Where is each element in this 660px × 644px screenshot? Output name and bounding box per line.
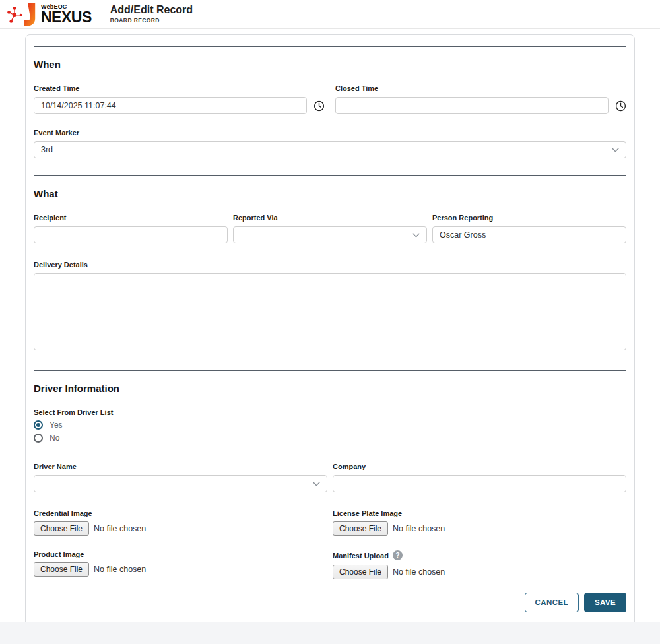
cancel-button[interactable]: CANCEL bbox=[525, 593, 579, 612]
license-plate-image-label: License Plate Image bbox=[333, 509, 626, 517]
select-from-driver-list-label: Select From Driver List bbox=[34, 408, 626, 416]
select-from-driver-list-group: Select From Driver List Yes No bbox=[34, 408, 626, 443]
driver-name-select[interactable] bbox=[34, 475, 327, 492]
license-plate-image-choose-file-button[interactable]: Choose File bbox=[333, 521, 388, 536]
brand-nexus: NEXUS bbox=[41, 10, 92, 25]
section-divider-what bbox=[34, 175, 626, 176]
credential-image-choose-file-button[interactable]: Choose File bbox=[34, 521, 89, 536]
driver-name-label: Driver Name bbox=[34, 463, 327, 470]
chevron-down-icon bbox=[612, 148, 619, 152]
event-marker-value: 3rd bbox=[41, 145, 612, 154]
recipient-input[interactable] bbox=[34, 226, 228, 243]
radio-no[interactable] bbox=[34, 434, 43, 443]
footer-strip bbox=[0, 622, 660, 644]
product-image-choose-file-button[interactable]: Choose File bbox=[34, 562, 89, 577]
recipient-label: Recipient bbox=[34, 214, 228, 222]
event-marker-label: Event Marker bbox=[34, 129, 626, 137]
section-heading-driver-information: Driver Information bbox=[34, 383, 626, 394]
closed-time-field-group: Closed Time bbox=[335, 84, 626, 114]
product-image-field-group: Product Image Choose File No file chosen bbox=[34, 550, 327, 579]
help-icon[interactable]: ? bbox=[393, 550, 403, 560]
section-heading-what: What bbox=[34, 188, 626, 199]
section-heading-when: When bbox=[34, 59, 626, 70]
webeoc-nexus-logo-icon bbox=[7, 1, 38, 28]
radio-yes[interactable] bbox=[34, 420, 43, 430]
event-marker-field-group: Event Marker 3rd bbox=[34, 129, 626, 158]
chevron-down-icon bbox=[313, 482, 320, 486]
closed-time-input[interactable] bbox=[335, 97, 609, 114]
created-time-input[interactable] bbox=[34, 97, 307, 114]
manifest-upload-choose-file-button[interactable]: Choose File bbox=[333, 565, 388, 579]
product-image-file-status: No file chosen bbox=[94, 565, 146, 574]
delivery-details-textarea[interactable] bbox=[34, 273, 626, 350]
manifest-upload-label: Manifest Upload bbox=[333, 552, 389, 560]
company-field-group: Company bbox=[333, 463, 626, 492]
reported-via-label: Reported Via bbox=[233, 214, 427, 222]
credential-image-label: Credential Image bbox=[34, 509, 327, 517]
form-actions: CANCEL SAVE bbox=[34, 593, 626, 612]
person-reporting-field-group: Person Reporting bbox=[432, 214, 626, 243]
created-time-clock-icon[interactable] bbox=[313, 100, 325, 112]
section-divider-when bbox=[34, 46, 626, 47]
person-reporting-input[interactable] bbox=[432, 226, 626, 243]
license-plate-image-field-group: License Plate Image Choose File No file … bbox=[333, 509, 626, 536]
company-input[interactable] bbox=[333, 475, 626, 492]
product-image-label: Product Image bbox=[34, 550, 327, 558]
radio-no-label: No bbox=[50, 434, 59, 443]
delivery-details-field-group: Delivery Details bbox=[34, 261, 626, 353]
save-button[interactable]: SAVE bbox=[584, 593, 626, 612]
driver-list-radio-no-row[interactable]: No bbox=[34, 434, 626, 443]
created-time-field-group: Created Time bbox=[34, 84, 325, 114]
driver-name-field-group: Driver Name bbox=[34, 463, 327, 492]
page-subtitle: BOARD RECORD bbox=[110, 18, 193, 24]
manifest-upload-field-group: Manifest Upload ? Choose File No file ch… bbox=[333, 550, 626, 579]
reported-via-field-group: Reported Via bbox=[233, 214, 427, 243]
brand-text: WebEOC NEXUS bbox=[41, 4, 92, 25]
recipient-field-group: Recipient bbox=[34, 214, 228, 243]
credential-image-file-status: No file chosen bbox=[94, 524, 146, 533]
reported-via-select[interactable] bbox=[233, 226, 427, 243]
driver-list-radio-yes-row[interactable]: Yes bbox=[34, 420, 626, 430]
record-form-card: When Created Time Closed Time Event Mark… bbox=[25, 34, 635, 626]
closed-time-clock-icon[interactable] bbox=[614, 100, 626, 112]
section-divider-driver bbox=[34, 370, 626, 371]
page-title-block: Add/Edit Record BOARD RECORD bbox=[110, 4, 193, 24]
credential-image-field-group: Credential Image Choose File No file cho… bbox=[34, 509, 327, 536]
created-time-label: Created Time bbox=[34, 84, 325, 92]
license-plate-image-file-status: No file chosen bbox=[393, 524, 445, 533]
company-label: Company bbox=[333, 463, 626, 470]
event-marker-select[interactable]: 3rd bbox=[34, 141, 626, 158]
app-header: WebEOC NEXUS Add/Edit Record BOARD RECOR… bbox=[0, 0, 660, 29]
person-reporting-label: Person Reporting bbox=[432, 214, 626, 222]
chevron-down-icon bbox=[412, 233, 420, 238]
manifest-upload-file-status: No file chosen bbox=[393, 567, 445, 577]
delivery-details-label: Delivery Details bbox=[34, 261, 626, 269]
radio-yes-label: Yes bbox=[50, 420, 63, 430]
page-title: Add/Edit Record bbox=[110, 4, 193, 16]
closed-time-label: Closed Time bbox=[335, 84, 626, 92]
